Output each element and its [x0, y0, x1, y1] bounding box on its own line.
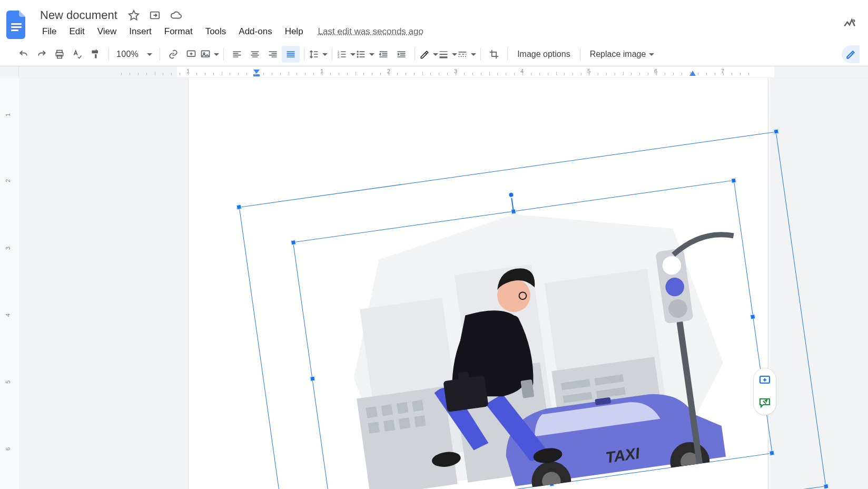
separator	[480, 48, 481, 61]
svg-rect-0	[11, 23, 22, 25]
separator	[332, 48, 332, 61]
svg-rect-56	[443, 376, 488, 412]
margin-actions	[753, 368, 776, 415]
editing-mode-button[interactable]	[842, 45, 860, 63]
menu-view[interactable]: View	[92, 24, 122, 39]
resize-handle-tl[interactable]	[236, 204, 242, 210]
svg-rect-31	[397, 402, 408, 414]
move-to-icon[interactable]	[149, 9, 161, 21]
svg-rect-34	[383, 419, 395, 431]
menu-file[interactable]: File	[37, 24, 62, 39]
suggest-edits-icon[interactable]	[758, 396, 772, 409]
svg-rect-57	[458, 371, 469, 380]
svg-rect-20	[440, 54, 448, 55]
bulleted-list-button[interactable]	[356, 46, 374, 63]
cloud-status-icon[interactable]	[170, 9, 182, 21]
vruler-tick: 5	[5, 380, 11, 384]
border-dash-button[interactable]	[457, 46, 476, 63]
separator	[304, 48, 304, 61]
svg-rect-58	[520, 379, 534, 398]
svg-rect-29	[366, 406, 378, 418]
svg-rect-18	[360, 56, 365, 57]
zoom-value: 100%	[116, 50, 139, 59]
undo-button[interactable]	[15, 46, 33, 63]
align-center-button[interactable]	[246, 46, 264, 63]
indent-increase-button[interactable]	[392, 46, 410, 63]
svg-rect-22	[253, 74, 260, 76]
titlebar: New document File Edit View Insert Forma…	[0, 0, 868, 42]
add-comment-icon[interactable]	[758, 374, 772, 387]
vruler-tick: 6	[5, 447, 11, 451]
menu-format[interactable]: Format	[159, 24, 198, 39]
svg-rect-17	[360, 54, 365, 55]
crop-button[interactable]	[485, 46, 503, 63]
line-spacing-button[interactable]	[309, 46, 328, 63]
indent-decrease-button[interactable]	[374, 46, 392, 63]
vruler-tick: 4	[5, 314, 11, 317]
ruler-tick: 5	[587, 68, 590, 74]
star-icon[interactable]	[128, 9, 140, 21]
image-options-button[interactable]: Image options	[512, 50, 576, 59]
numbered-list-button[interactable]: 123	[337, 46, 356, 63]
svg-rect-16	[360, 51, 365, 52]
replace-image-button[interactable]: Replace image	[585, 50, 660, 59]
svg-rect-1	[11, 26, 22, 28]
resize-handle-tr[interactable]	[774, 129, 779, 134]
canvas[interactable]: TAXI	[19, 78, 868, 489]
svg-rect-21	[440, 56, 448, 58]
vertical-ruler[interactable]: 1 2 3 4 5 6	[0, 78, 19, 489]
menu-edit[interactable]: Edit	[64, 24, 90, 39]
print-button[interactable]	[51, 46, 68, 63]
last-edit-link[interactable]: Last edit was seconds ago	[318, 26, 423, 37]
spell-check-button[interactable]	[68, 46, 86, 63]
menubar: File Edit View Insert Format Tools Add-o…	[35, 24, 840, 39]
toolbar: 100% 123 Image options Replace image	[0, 42, 868, 66]
paint-format-button[interactable]	[86, 46, 104, 63]
svg-rect-35	[399, 417, 410, 429]
vruler-tick: 2	[5, 179, 11, 182]
separator	[580, 48, 580, 61]
vruler-tick: 1	[5, 113, 11, 116]
resize-handle-br[interactable]	[823, 484, 828, 489]
ruler-tick: 6	[654, 68, 657, 74]
separator	[108, 48, 109, 61]
align-justify-button[interactable]	[282, 46, 300, 63]
svg-rect-36	[414, 415, 426, 427]
activity-dashboard-button[interactable]	[840, 13, 860, 33]
svg-text:3: 3	[338, 55, 339, 58]
border-weight-button[interactable]	[438, 46, 457, 63]
separator	[415, 48, 415, 61]
insert-image-button[interactable]	[200, 46, 219, 63]
svg-rect-19	[440, 51, 448, 52]
svg-rect-2	[11, 30, 18, 31]
menu-tools[interactable]: Tools	[200, 24, 232, 39]
menu-addons[interactable]: Add-ons	[233, 24, 277, 39]
separator	[507, 48, 508, 61]
svg-point-15	[357, 56, 359, 57]
add-comment-button[interactable]	[182, 46, 200, 63]
indent-left-marker[interactable]	[252, 70, 261, 77]
ruler-tick: 7	[721, 68, 724, 74]
insert-link-button[interactable]	[164, 46, 182, 63]
separator	[160, 48, 160, 61]
vruler-tick: 3	[5, 247, 11, 250]
separator	[223, 48, 224, 61]
ruler-tick: 4	[520, 68, 524, 74]
docs-file-icon	[6, 11, 27, 39]
svg-rect-32	[412, 400, 423, 412]
docs-logo[interactable]	[5, 9, 28, 41]
zoom-dropdown[interactable]: 100%	[113, 50, 155, 59]
redo-button[interactable]	[33, 46, 51, 63]
align-right-button[interactable]	[264, 46, 282, 63]
svg-point-13	[357, 51, 359, 52]
svg-rect-30	[381, 404, 393, 416]
horizontal-ruler[interactable]: 1 1 2 3 4 5 6 7	[0, 66, 868, 78]
workspace: 1 2 3 4 5 6	[0, 78, 868, 489]
menu-insert[interactable]: Insert	[124, 24, 157, 39]
align-left-button[interactable]	[228, 46, 246, 63]
menu-help[interactable]: Help	[280, 24, 309, 39]
border-color-button[interactable]	[419, 46, 438, 63]
svg-point-14	[357, 53, 359, 55]
svg-rect-33	[368, 422, 380, 434]
document-title[interactable]: New document	[38, 7, 120, 23]
